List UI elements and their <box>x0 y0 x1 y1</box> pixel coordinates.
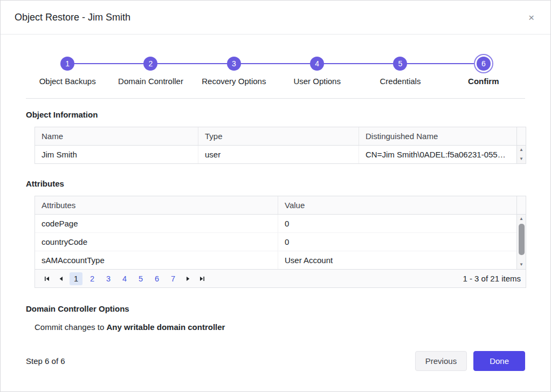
dialog-titlebar: Object Restore - Jim Smith × <box>1 1 550 35</box>
column-header-attributes: Attributes <box>35 196 278 214</box>
scrollbar-header-spacer <box>517 127 526 146</box>
pager-first-button[interactable] <box>40 272 54 285</box>
stepper-divider <box>26 98 525 99</box>
arrow-right-icon <box>185 276 191 282</box>
cell-value: 0 <box>278 215 516 232</box>
attributes-heading: Attributes <box>26 179 525 188</box>
scroll-up-icon[interactable]: ▲ <box>517 215 526 223</box>
step-1-label: Object Backups <box>39 77 96 86</box>
table-row: countryCode 0 <box>35 232 516 251</box>
pager: 1 2 3 4 5 6 7 1 - 3 of 21 items <box>35 269 526 287</box>
attributes-vertical-scrollbar[interactable]: ▲ ▼ <box>516 196 526 269</box>
step-2-indicator: 2 <box>143 57 157 71</box>
object-information-heading: Object Information <box>26 110 525 119</box>
scrollbar-thumb[interactable] <box>519 224 525 255</box>
dialog-body: 1 Object Backups 2 Domain Controller 3 R… <box>1 35 550 371</box>
pager-page-1[interactable]: 1 <box>70 272 82 285</box>
step-6-label: Confirm <box>468 77 499 86</box>
column-header-value: Value <box>278 196 516 214</box>
dc-options-text: Commit changes to Any writable domain co… <box>35 322 525 332</box>
attributes-table: Attributes Value codePage 0 countryCode … <box>35 196 526 288</box>
scrollbar-track[interactable]: ▲ ▼ <box>517 215 526 269</box>
attributes-header-row: Attributes Value <box>35 196 516 215</box>
cell-type: user <box>198 146 359 163</box>
dc-options-text-bold: Any writable domain controller <box>106 322 225 332</box>
step-5-indicator: 5 <box>393 57 407 71</box>
dc-options-text-prefix: Commit changes to <box>35 322 106 332</box>
close-icon: × <box>528 12 534 23</box>
table-row: sAMAccountType User Account <box>35 251 516 269</box>
step-4-label: User Options <box>293 77 341 86</box>
step-3-indicator: 3 <box>227 57 241 71</box>
pager-page-2[interactable]: 2 <box>86 272 99 285</box>
table-row: codePage 0 <box>35 215 516 232</box>
cell-value: User Account <box>278 251 516 269</box>
scroll-up-icon[interactable]: ▲ <box>517 146 526 154</box>
arrow-left-icon <box>58 276 64 282</box>
seek-last-icon <box>199 276 205 282</box>
pager-page-5[interactable]: 5 <box>134 272 147 285</box>
close-button[interactable]: × <box>526 10 536 25</box>
pager-next-button[interactable] <box>181 272 195 285</box>
object-info-table: Name Type Distinguished Name Jim Smith u… <box>35 127 526 164</box>
cell-name: Jim Smith <box>35 146 198 163</box>
scrollbar-track[interactable]: ▲ ▼ <box>517 146 526 163</box>
column-header-distinguished-name: Distinguished Name <box>359 127 516 145</box>
previous-button[interactable]: Previous <box>415 351 467 371</box>
dc-options-heading: Domain Controller Options <box>26 304 525 313</box>
object-info-vertical-scrollbar[interactable]: ▲ ▼ <box>516 127 526 163</box>
step-4-indicator: 4 <box>310 57 324 71</box>
step-1-indicator: 1 <box>60 57 74 71</box>
step-6-indicator: 6 <box>477 57 491 71</box>
pager-page-4[interactable]: 4 <box>118 272 131 285</box>
pager-info: 1 - 3 of 21 items <box>463 274 521 283</box>
dialog-footer: Step 6 of 6 Previous Done <box>26 351 525 371</box>
scrollbar-header-spacer <box>517 196 526 215</box>
pager-page-7[interactable]: 7 <box>167 272 180 285</box>
cell-attribute: sAMAccountType <box>35 251 278 269</box>
cell-attribute: codePage <box>35 215 278 232</box>
object-info-header-row: Name Type Distinguished Name <box>35 127 516 146</box>
dialog-title: Object Restore - Jim Smith <box>15 12 130 23</box>
step-credentials[interactable]: 5 Credentials <box>359 57 442 86</box>
step-3-label: Recovery Options <box>202 77 266 86</box>
object-restore-dialog: Object Restore - Jim Smith × 1 Object Ba… <box>0 0 551 392</box>
column-header-name: Name <box>35 127 198 145</box>
step-confirm[interactable]: 6 Confirm <box>442 57 525 86</box>
cell-distinguished-name: CN=Jim Smith\0ADEL:f5a06231-0554-4... <box>359 146 516 163</box>
step-object-backups[interactable]: 1 Object Backups <box>26 57 109 86</box>
step-2-label: Domain Controller <box>118 77 183 86</box>
table-row: Jim Smith user CN=Jim Smith\0ADEL:f5a062… <box>35 146 516 163</box>
wizard-stepper: 1 Object Backups 2 Domain Controller 3 R… <box>26 57 525 99</box>
pager-page-3[interactable]: 3 <box>102 272 115 285</box>
step-user-options[interactable]: 4 User Options <box>276 57 359 86</box>
seek-first-icon <box>44 276 50 282</box>
scroll-down-icon[interactable]: ▼ <box>517 260 526 269</box>
pager-page-6[interactable]: 6 <box>150 272 163 285</box>
step-domain-controller[interactable]: 2 Domain Controller <box>109 57 192 86</box>
pager-prev-button[interactable] <box>54 272 68 285</box>
step-recovery-options[interactable]: 3 Recovery Options <box>192 57 276 86</box>
done-button[interactable]: Done <box>473 351 525 371</box>
pager-last-button[interactable] <box>195 272 209 285</box>
cell-value: 0 <box>278 233 516 251</box>
step-5-label: Credentials <box>380 77 421 86</box>
scroll-down-icon[interactable]: ▼ <box>517 155 526 163</box>
step-count-label: Step 6 of 6 <box>26 356 65 366</box>
cell-attribute: countryCode <box>35 233 278 251</box>
column-header-type: Type <box>198 127 359 145</box>
